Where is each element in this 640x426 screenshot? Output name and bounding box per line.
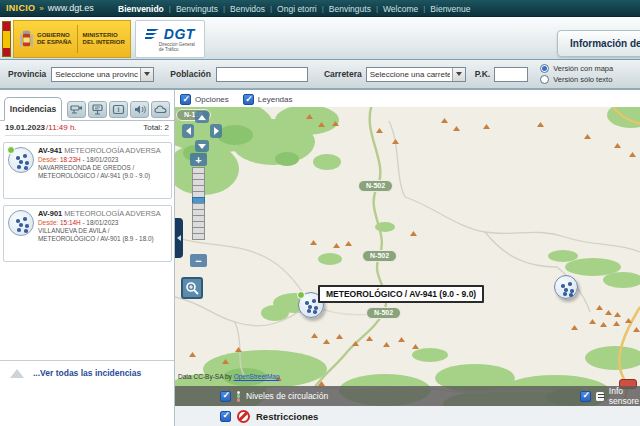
language-link[interactable]: Benvidos	[230, 4, 265, 14]
road-badge: N-502	[366, 307, 401, 319]
map-attribution: Data CC-By-SA by OpenStreetMap	[178, 373, 280, 380]
coat-of-arms-icon	[19, 30, 34, 49]
zoom-in-button[interactable]: +	[190, 153, 207, 166]
tab-cctv-camera[interactable]	[67, 101, 86, 118]
language-link[interactable]: Benvinguts	[329, 4, 371, 14]
arrow-down-icon	[198, 144, 206, 149]
cctv-camera-icon	[70, 104, 83, 115]
info-sensor-icon	[596, 392, 604, 401]
zoom-slider[interactable]	[192, 168, 205, 240]
version-text-option[interactable]: Versión sólo texto	[540, 75, 613, 84]
map-layers-bar: Niveles de circulación Info sensore	[175, 386, 640, 406]
leyendas-label: Leyendas	[258, 95, 293, 104]
arrow-right-icon	[214, 127, 219, 135]
radio-selected-icon[interactable]	[540, 64, 549, 73]
incident-start-time: 15:14H	[60, 219, 81, 226]
niveles-checkbox[interactable]	[220, 391, 231, 402]
map-options-row: Opciones Leyendas	[175, 90, 640, 107]
gobierno-text-line1: GOBIERNO	[37, 32, 72, 39]
sidebar-collapse-tab[interactable]	[175, 218, 183, 258]
version-map-option[interactable]: Versión con mapa	[540, 64, 613, 73]
incident-card[interactable]: AV-901 METEOROLOGÍA ADVERSA Desde: 15:14…	[3, 205, 172, 262]
separator: |	[322, 4, 324, 13]
provincia-label: Provincia	[8, 69, 46, 79]
pan-down-button[interactable]	[195, 140, 209, 152]
provincia-select[interactable]: Seleccione una provinci	[51, 67, 154, 82]
inicio-link[interactable]: INICIO	[6, 3, 35, 13]
tab-radio-speaker[interactable]	[130, 101, 149, 118]
map-pan-control	[182, 111, 222, 151]
language-link[interactable]: Ongi etorri	[277, 4, 317, 14]
incidents-total: Total: 2	[143, 123, 169, 132]
poblacion-label: Población	[170, 69, 211, 79]
ministerio-text-line2: DEL INTERIOR	[83, 39, 125, 46]
informacion-tab[interactable]: Información de	[557, 30, 640, 57]
carretera-select[interactable]: Seleccione una carreter	[366, 67, 466, 82]
site-link[interactable]: www.dgt.es	[48, 3, 94, 13]
incident-start-date: - 18/01/2023	[82, 156, 118, 163]
language-link[interactable]: Welcome	[383, 4, 418, 14]
chevron-down-icon	[452, 68, 464, 81]
meteorology-icon	[8, 210, 34, 236]
traffic-levels-icon	[236, 390, 241, 403]
tab-weather-cloud[interactable]	[151, 101, 170, 118]
tab-info-panel[interactable]: i	[109, 101, 128, 118]
separator: |	[169, 4, 171, 13]
opciones-checkbox[interactable]	[180, 94, 191, 105]
info-panel-icon: i	[112, 104, 125, 115]
road-badge: N-502	[358, 180, 393, 192]
zoom-out-button[interactable]: −	[190, 254, 207, 267]
separator: |	[270, 4, 272, 13]
leyendas-checkbox[interactable]	[243, 94, 254, 105]
incident-start-date: - 18/01/2023	[82, 219, 118, 226]
view-all-incidents-link[interactable]: ...Ver todas las incidencias	[0, 360, 174, 378]
triangle-up-icon	[10, 369, 24, 378]
version-text-label: Versión sólo texto	[553, 75, 612, 84]
dgt-text: DGT	[164, 26, 195, 42]
info-sensor-label: Info sensore	[609, 386, 640, 406]
pk-input[interactable]	[494, 67, 528, 82]
restricciones-checkbox[interactable]	[220, 411, 231, 422]
tab-message-panel[interactable]	[88, 101, 107, 118]
radio-speaker-icon	[133, 104, 146, 115]
top-navigation-bar: INICIO » www.dgt.es Bienvenido|Benvingut…	[0, 0, 640, 17]
radio-unselected-icon[interactable]	[540, 75, 549, 84]
language-links: Bienvenido|Benvinguts|Benvidos|Ongi etor…	[118, 0, 471, 17]
basemap	[175, 107, 640, 406]
map-area: Opciones Leyendas	[175, 90, 640, 426]
magnifier-plus-icon	[185, 281, 199, 295]
map-canvas[interactable]: N-110N-502N-502N-502 + −	[175, 107, 640, 406]
pan-left-button[interactable]	[182, 124, 194, 138]
arrow-left-icon	[186, 127, 191, 135]
status-dot-icon	[7, 146, 15, 154]
openstreetmap-link[interactable]: OpenStreetMap	[234, 373, 280, 380]
carretera-label: Carretera	[324, 69, 362, 79]
language-link[interactable]: Bienvenue	[430, 4, 470, 14]
restricciones-label: Restricciones	[256, 411, 318, 422]
box-zoom-button[interactable]	[181, 277, 203, 299]
dgt-logo: DGT Dirección General de Tráfico	[135, 20, 205, 58]
view-all-label: ...Ver todas las incidencias	[33, 368, 141, 378]
sidebar-tabs: Incidencias	[0, 97, 174, 121]
version-map-label: Versión con mapa	[553, 64, 613, 73]
incident-card[interactable]: AV-941 METEOROLOGÍA ADVERSA Desde: 18:23…	[3, 142, 172, 199]
dgt-flag-icon	[145, 28, 161, 40]
restrictions-row: Restricciones	[175, 406, 640, 426]
info-sensor-checkbox[interactable]	[580, 391, 591, 402]
arrow-right-icon: »	[39, 4, 43, 13]
language-link[interactable]: Bienvenido	[118, 4, 164, 14]
tab-incidencias[interactable]: Incidencias	[4, 97, 62, 121]
pan-right-button[interactable]	[210, 124, 222, 138]
incidents-date: 19.01.2023	[5, 123, 45, 132]
filter-bar: Provincia Seleccione una provinci Poblac…	[0, 60, 640, 90]
ministerio-text-line1: MINISTERIO	[83, 32, 125, 39]
pan-up-button[interactable]	[195, 111, 209, 123]
incident-start-time: 18:23H	[60, 156, 81, 163]
meteorology-marker-av901[interactable]	[554, 275, 578, 299]
language-link[interactable]: Benvinguts	[176, 4, 218, 14]
separator: |	[376, 4, 378, 13]
incident-desde-label: Desde:	[38, 156, 58, 163]
arrow-up-icon	[198, 115, 206, 120]
incidents-date-row: 19.01.2023 /11:49 h. Total: 2	[5, 123, 169, 136]
poblacion-input[interactable]	[216, 67, 308, 82]
